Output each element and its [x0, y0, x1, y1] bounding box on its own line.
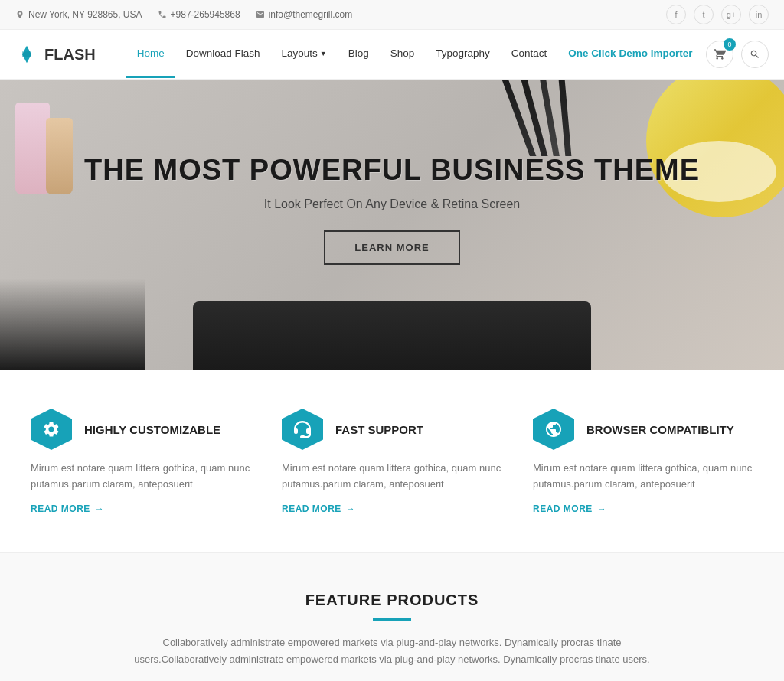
arrow-right-icon-3: →	[597, 503, 607, 514]
feature-title-2: FAST SUPPORT	[335, 423, 423, 436]
hero-pencils-deco	[478, 80, 631, 156]
arrow-right-icon: →	[95, 503, 105, 514]
hero-cta-button[interactable]: LEARN MORE	[324, 230, 459, 265]
nav-download-flash[interactable]: Download Flash	[175, 31, 271, 78]
headset-icon	[293, 420, 312, 438]
feature-link-3[interactable]: READ MORE →	[533, 503, 753, 514]
header-actions: 0	[706, 41, 769, 68]
logo-icon	[15, 43, 38, 66]
feature-text-3: Mirum est notare quam littera gothica, q…	[533, 461, 753, 493]
phone-text: +987-265945868	[171, 9, 240, 20]
feature-title-1: HIGHLY CUSTOMIZABLE	[84, 423, 220, 436]
nav-typography[interactable]: Typography	[425, 31, 501, 78]
nav-shop[interactable]: Shop	[380, 31, 426, 78]
arrow-right-icon-2: →	[346, 503, 356, 514]
feature-link-2[interactable]: READ MORE →	[282, 503, 502, 514]
nav-blog[interactable]: Blog	[338, 31, 380, 78]
featured-products-section: FEATURE PRODUCTS Collaboratively adminis…	[0, 553, 784, 681]
feature-link-1[interactable]: READ MORE →	[31, 503, 251, 514]
cart-count: 0	[724, 38, 736, 51]
feature-text-1: Mirum est notare quam littera gothica, q…	[31, 461, 251, 493]
feature-title-3: BROWSER COMPATIBLITY	[586, 423, 734, 436]
hero-keyboard: // Generate keyboard keys inline via rep…	[193, 301, 591, 370]
section-title-underline	[373, 618, 411, 621]
search-button[interactable]	[741, 41, 769, 68]
email-icon	[256, 10, 265, 19]
feature-browser: BROWSER COMPATIBLITY Mirum est notare qu…	[533, 409, 753, 514]
location-icon	[15, 10, 24, 19]
dropdown-arrow-icon: ▼	[320, 50, 327, 57]
linkedin-icon[interactable]: in	[749, 5, 769, 24]
feature-header-1: HIGHLY CUSTOMIZABLE	[31, 409, 251, 450]
hero-subtitle: It Look Perfect On Any Device & Retina S…	[84, 197, 700, 211]
nav-contact[interactable]: Contact	[501, 31, 558, 78]
nav-home[interactable]: Home	[126, 31, 175, 78]
feature-text-2: Mirum est notare quam littera gothica, q…	[282, 461, 502, 493]
top-bar: New York, NY 928865, USA +987-265945868 …	[0, 0, 784, 30]
email-text: info@themegrill.com	[269, 9, 353, 20]
top-bar-left: New York, NY 928865, USA +987-265945868 …	[15, 9, 352, 20]
feature-icon-box-2	[282, 409, 323, 450]
address-item: New York, NY 928865, USA	[15, 9, 142, 20]
features-grid: HIGHLY CUSTOMIZABLE Mirum est notare qua…	[31, 409, 753, 514]
gear-icon	[42, 420, 60, 438]
site-logo[interactable]: FLASH	[15, 43, 96, 66]
feature-customizable: HIGHLY CUSTOMIZABLE Mirum est notare qua…	[31, 409, 251, 514]
main-header: FLASH Home Download Flash Layouts ▼ Blog…	[0, 30, 784, 80]
social-links: f t g+ in	[666, 5, 769, 24]
hero-section: // Generate keyboard keys inline via rep…	[0, 80, 784, 370]
hero-content: THE MOST POWERFUL BUSINESS THEME It Look…	[84, 155, 700, 266]
address-text: New York, NY 928865, USA	[28, 9, 142, 20]
email-item: info@themegrill.com	[256, 9, 353, 20]
section-description: Collaboratively administrate empowered m…	[124, 634, 660, 668]
cart-button[interactable]: 0	[706, 41, 733, 68]
phone-icon	[158, 10, 167, 19]
feature-icon-box-1	[31, 409, 72, 450]
search-icon	[750, 49, 760, 60]
hero-title: THE MOST POWERFUL BUSINESS THEME	[84, 155, 700, 187]
facebook-icon[interactable]: f	[666, 5, 686, 24]
feature-header-2: FAST SUPPORT	[282, 409, 502, 450]
phone-item: +987-265945868	[158, 9, 240, 20]
section-title: FEATURE PRODUCTS	[31, 591, 753, 609]
twitter-icon[interactable]: t	[694, 5, 714, 24]
feature-icon-box-3	[533, 409, 574, 450]
feature-support: FAST SUPPORT Mirum est notare quam litte…	[282, 409, 502, 514]
feature-header-3: BROWSER COMPATIBLITY	[533, 409, 753, 450]
googleplus-icon[interactable]: g+	[721, 5, 741, 24]
globe-icon	[544, 420, 563, 438]
nav-layouts[interactable]: Layouts ▼	[271, 31, 338, 78]
cart-icon	[714, 48, 726, 60]
nav-one-click-demo[interactable]: One Click Demo Importer	[557, 31, 703, 78]
main-nav: Home Download Flash Layouts ▼ Blog Shop …	[126, 31, 706, 78]
logo-text: FLASH	[44, 46, 96, 64]
features-section: HIGHLY CUSTOMIZABLE Mirum est notare qua…	[0, 370, 784, 552]
